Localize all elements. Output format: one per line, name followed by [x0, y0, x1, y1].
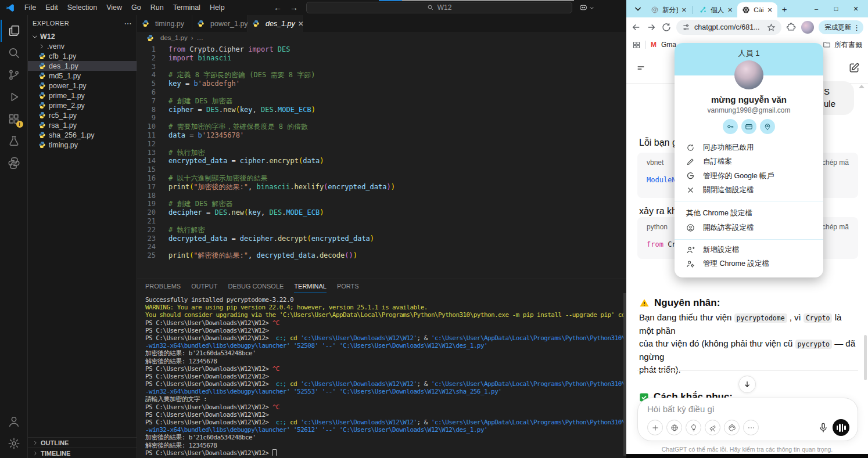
panel-tab-output[interactable]: OUTPUT — [191, 279, 217, 293]
tree-item-sha_256_1.py[interactable]: sha_256_1.py — [28, 130, 137, 140]
browser-tab-1[interactable]: 新分頁✕ — [646, 2, 691, 17]
breadcrumb[interactable]: des_1.py › … — [137, 32, 626, 44]
tree-item-prime_2.py[interactable]: prime_2.py — [28, 100, 137, 110]
reload-icon[interactable] — [661, 22, 672, 33]
tree-item-timing.py[interactable]: timing.py — [28, 140, 137, 150]
activity-python[interactable] — [1, 152, 27, 174]
activity-run-debug[interactable] — [1, 86, 27, 108]
section-outline[interactable]: OUTLINE — [28, 437, 137, 448]
forward-icon[interactable] — [646, 22, 657, 33]
editor-tab-timing.py[interactable]: timing.py — [137, 15, 192, 32]
minimize-button[interactable]: – — [806, 0, 826, 17]
back-icon[interactable] — [631, 22, 641, 33]
profile-avatar[interactable] — [801, 21, 814, 34]
activity-search[interactable] — [1, 42, 27, 64]
tree-item-md5_1.py[interactable]: md5_1.py — [28, 71, 137, 81]
new-tab-button[interactable]: + — [782, 4, 787, 14]
panel-tab-terminal[interactable]: TERMINAL — [294, 279, 327, 293]
tool-ellipsis-button[interactable] — [743, 420, 759, 435]
scrollbar-up-arrow[interactable] — [859, 85, 865, 88]
close-tab-icon[interactable]: ✕ — [298, 20, 304, 28]
activity-extensions[interactable]: ! — [1, 108, 27, 130]
tree-item-rc5_1.py[interactable]: rc5_1.py — [28, 110, 137, 120]
terminal-output[interactable]: Successfully installed pycryptodome-3.22… — [137, 293, 626, 456]
code-editor[interactable]: 1from Crypto.Cipher import DES2import bi… — [137, 44, 626, 279]
tree-root-w12[interactable]: W12 — [28, 31, 137, 41]
activity-files[interactable] — [1, 20, 27, 42]
tree-item-rsa_1.py[interactable]: rsa_1.py — [28, 120, 137, 130]
tool-lightbulb-button[interactable] — [686, 420, 701, 435]
location-pin-button[interactable] — [760, 119, 775, 134]
tool-palette-button[interactable] — [724, 420, 740, 435]
command-center-search[interactable]: W12 — [306, 2, 572, 13]
close-tab-icon[interactable]: ✕ — [727, 6, 733, 14]
finish-update-button[interactable]: 完成更新 ⋮ — [819, 20, 863, 34]
browser-menu-dots-icon[interactable]: ⋮ — [853, 23, 860, 32]
microphone-icon[interactable] — [817, 422, 829, 434]
profile-menu-pencil[interactable]: 自訂檔案 — [675, 155, 823, 170]
tree-item-.venv[interactable]: .venv — [28, 41, 137, 51]
new-chat-compose-icon[interactable] — [848, 62, 860, 74]
activity-account[interactable] — [1, 410, 27, 432]
browser-tab-2[interactable]: 個人✕ — [694, 2, 737, 17]
close-tab-icon[interactable]: ✕ — [767, 6, 772, 14]
all-bookmarks-button[interactable]: 所有書籤 — [823, 40, 862, 50]
panel-tab-problems[interactable]: PROBLEMS — [145, 279, 181, 293]
voice-mode-button[interactable] — [833, 419, 849, 436]
editor-tab-power_1.py[interactable]: power_1.py — [192, 15, 248, 32]
site-settings-icon[interactable] — [682, 23, 690, 31]
activity-settings-gear[interactable] — [1, 432, 27, 455]
menu-edit[interactable]: Edit — [41, 1, 63, 14]
tree-item-des_1.py[interactable]: des_1.py — [28, 61, 137, 71]
profile-menu-google-g[interactable]: 管理你的 Google 帳戶 — [675, 169, 823, 183]
back-arrow-icon[interactable]: ← — [274, 3, 282, 12]
address-bar[interactable]: chatgpt.com/c/681... — [676, 20, 781, 35]
profile-menu-manage-profiles[interactable]: 管理 Chrome 設定檔 — [675, 257, 823, 272]
close-tab-icon[interactable]: ✕ — [682, 6, 687, 14]
payment-card-button[interactable] — [741, 119, 756, 134]
sidebar-toggle-icon[interactable] — [636, 63, 646, 73]
editor-tab-des_1.py[interactable]: des_1.py✕ — [248, 15, 303, 32]
menu-terminal[interactable]: Terminal — [168, 1, 205, 14]
browser-tab-3[interactable]: Cài✕ — [737, 2, 777, 17]
copy-code-button[interactable]: chép mã — [822, 223, 849, 231]
tool-plus-button[interactable] — [647, 420, 663, 435]
bookmark-gmail[interactable]: Gma — [661, 41, 676, 49]
tab-search-chevron-icon[interactable] — [633, 4, 643, 13]
close-window-button[interactable]: ✕ — [846, 0, 866, 17]
forward-arrow-icon[interactable]: → — [290, 3, 298, 12]
tree-item-prime_1.py[interactable]: prime_1.py — [28, 91, 137, 100]
page-scrollbar-thumb[interactable] — [864, 335, 867, 380]
menu-run[interactable]: Run — [146, 1, 168, 14]
maximize-button[interactable]: □ — [826, 0, 846, 17]
menu-selection[interactable]: Selection — [63, 1, 102, 14]
python-file-icon — [38, 92, 46, 99]
panel-tab-ports[interactable]: PORTS — [337, 279, 359, 293]
activity-source-control[interactable] — [1, 64, 27, 86]
tool-telescope-button[interactable] — [705, 420, 720, 435]
chat-input-box[interactable]: Hỏi bất kỳ điều gì — [637, 398, 858, 441]
activity-testing[interactable] — [1, 130, 27, 152]
tool-globe-button[interactable] — [666, 420, 682, 435]
panel-tab-debug-console[interactable]: DEBUG CONSOLE — [228, 279, 284, 293]
profile-menu-guest[interactable]: 開啟訪客設定檔 — [675, 221, 823, 235]
profile-menu-sync[interactable]: 同步功能已啟用 — [675, 140, 823, 155]
bookmark-star-icon[interactable] — [767, 23, 776, 32]
section-timeline[interactable]: TIMELINE — [28, 448, 137, 458]
menu-help[interactable]: Help — [205, 1, 229, 14]
key-button[interactable] — [723, 119, 738, 134]
profile-menu-close-x[interactable]: 關閉這個設定檔 — [675, 183, 823, 198]
profile-menu-add-person[interactable]: 新增設定檔 — [675, 243, 823, 257]
scroll-to-bottom-button[interactable] — [738, 376, 756, 393]
menu-view[interactable]: View — [102, 1, 127, 14]
apps-grid-icon[interactable] — [632, 41, 641, 49]
menu-go[interactable]: Go — [127, 1, 146, 14]
menu-file[interactable]: File — [20, 1, 41, 14]
tree-item-power_1.py[interactable]: power_1.py — [28, 81, 137, 91]
copy-code-button[interactable]: chép mã — [822, 158, 849, 167]
tree-item-cfb_1.py[interactable]: cfb_1.py — [28, 51, 137, 61]
explorer-more-actions-icon[interactable]: ⋯ — [124, 19, 132, 28]
extensions-icon[interactable] — [786, 22, 797, 33]
titlebar-progress-blue — [379, 0, 402, 1]
copilot-button[interactable] — [579, 3, 594, 12]
